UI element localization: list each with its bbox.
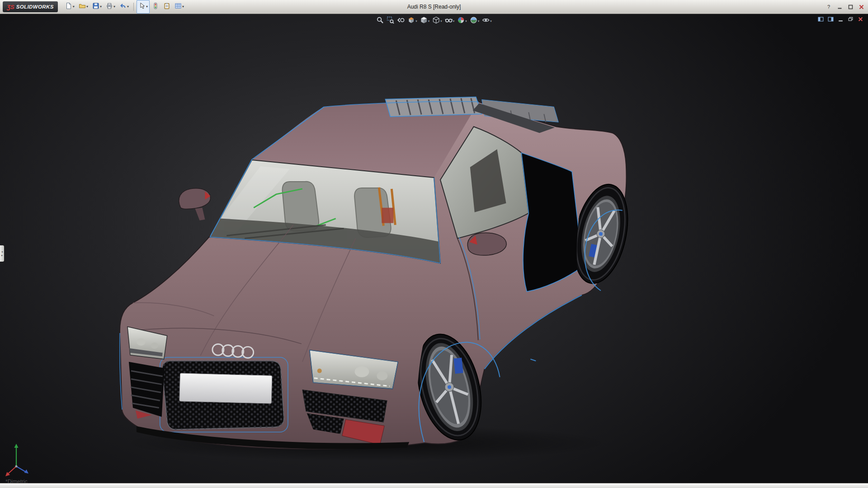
options-button[interactable]: ▾ <box>173 0 186 14</box>
open-button[interactable]: ▾ <box>77 0 90 14</box>
close-button[interactable] <box>857 3 865 10</box>
dropdown-caret[interactable]: ▾ <box>146 5 148 9</box>
scene-sphere-icon <box>470 16 477 26</box>
clipboard-icon <box>163 2 170 11</box>
dropdown-caret[interactable]: ▾ <box>100 5 102 9</box>
mirror-left <box>179 188 211 221</box>
window-title: Audi R8 S [Read-only] <box>407 4 461 10</box>
print-icon <box>106 2 113 11</box>
previous-view-button[interactable] <box>396 15 406 26</box>
license-plate <box>179 373 272 404</box>
undo-icon <box>119 2 127 11</box>
open-folder-icon <box>79 2 86 11</box>
collapse-right-icon: ▸ <box>1 253 3 257</box>
panel-collapse-handle[interactable]: ◂ ▸ <box>0 245 4 262</box>
solidworks-window: ƷS SOLIDWORKS ▾ ▾ ▾ ▾ <box>0 0 868 488</box>
maximize-button[interactable] <box>846 3 854 10</box>
section-view-icon <box>407 16 415 26</box>
section-view-button[interactable]: ▾ <box>406 15 418 26</box>
pane-left-button[interactable] <box>818 16 824 22</box>
select-button[interactable]: ▾ <box>137 0 150 14</box>
minimize-button[interactable] <box>835 3 844 10</box>
dropdown-caret[interactable]: ▾ <box>113 5 115 9</box>
zoom-to-area-icon <box>387 16 394 26</box>
undo-button[interactable]: ▾ <box>118 0 131 14</box>
status-bar <box>0 483 868 488</box>
title-bar: ƷS SOLIDWORKS ▾ ▾ ▾ ▾ <box>0 0 868 14</box>
solidworks-logo-text: SOLIDWORKS <box>16 4 54 9</box>
dropdown-caret[interactable]: ▾ <box>465 19 467 23</box>
view-settings-button[interactable]: ▾ <box>481 15 493 26</box>
select-cursor-icon <box>138 2 146 11</box>
appearance-ball-icon <box>457 16 465 26</box>
hide-show-items-button[interactable]: ▾ <box>444 15 456 26</box>
zoom-to-area-button[interactable] <box>386 15 395 26</box>
zoom-to-fit-button[interactable] <box>375 15 385 26</box>
glasses-icon <box>445 16 453 26</box>
headsup-view-toolbar: ▾ ▾ ▾ ▾ ▾ <box>375 15 493 26</box>
file-properties-button[interactable] <box>161 0 172 14</box>
3d-viewport-canvas[interactable] <box>0 14 868 483</box>
previous-view-icon <box>397 16 405 26</box>
collapse-left-icon: ◂ <box>1 250 3 253</box>
traffic-light-icon <box>152 2 159 11</box>
car-model[interactable] <box>120 97 636 461</box>
rebuild-button[interactable] <box>150 0 161 14</box>
pane-right-button[interactable] <box>828 16 834 22</box>
document-window-controls <box>818 16 863 22</box>
dropdown-caret[interactable]: ▾ <box>127 5 129 9</box>
help-button[interactable]: ? <box>825 3 833 10</box>
dropdown-caret[interactable]: ▾ <box>490 19 492 23</box>
view-orientation-icon <box>420 16 428 26</box>
view-orientation-button[interactable]: ▾ <box>419 15 431 26</box>
restore-document-button[interactable] <box>848 16 854 22</box>
dropdown-caret[interactable]: ▾ <box>428 19 430 23</box>
window-controls: ? <box>825 3 865 10</box>
eye-icon <box>482 16 490 26</box>
close-document-button[interactable] <box>858 16 863 22</box>
dropdown-caret[interactable]: ▾ <box>182 5 184 9</box>
dropdown-caret[interactable]: ▾ <box>86 5 88 9</box>
orientation-triad <box>3 438 44 480</box>
minimize-document-button[interactable] <box>838 16 844 22</box>
apply-scene-button[interactable]: ▾ <box>469 15 481 26</box>
dropdown-caret[interactable]: ▾ <box>453 19 455 23</box>
save-button[interactable]: ▾ <box>90 0 104 14</box>
table-grid-icon <box>175 2 182 11</box>
display-style-button[interactable]: ▾ <box>431 15 443 26</box>
edit-appearance-button[interactable]: ▾ <box>456 15 468 26</box>
dropdown-caret[interactable]: ▾ <box>73 5 75 9</box>
solidworks-logo-icon: ƷS <box>7 4 14 10</box>
print-button[interactable]: ▾ <box>104 0 117 14</box>
dropdown-caret[interactable]: ▾ <box>478 19 480 23</box>
solidworks-logo[interactable]: ƷS SOLIDWORKS <box>3 1 58 12</box>
mirror-right <box>467 233 506 255</box>
grille <box>160 357 288 432</box>
new-document-button[interactable]: ▾ <box>63 0 76 14</box>
graphics-area[interactable]: ▾ ▾ ▾ ▾ ▾ <box>0 14 868 483</box>
main-toolbar: ▾ ▾ ▾ ▾ ▾ <box>63 0 186 14</box>
display-style-icon <box>432 16 440 26</box>
dropdown-caret[interactable]: ▾ <box>415 19 417 23</box>
save-icon <box>92 2 99 11</box>
toolbar-separator <box>133 3 134 11</box>
new-document-icon <box>65 2 72 11</box>
dropdown-caret[interactable]: ▾ <box>440 19 442 23</box>
zoom-to-fit-icon <box>376 16 384 26</box>
